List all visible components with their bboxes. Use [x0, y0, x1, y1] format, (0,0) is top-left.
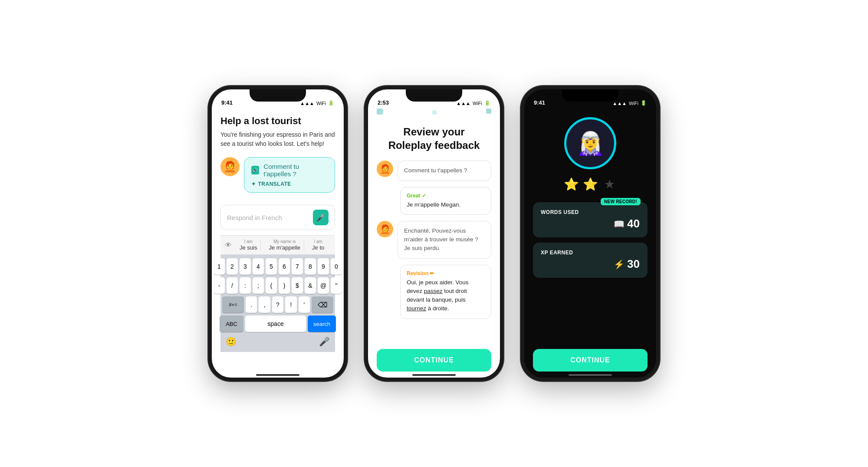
phone2-main: Review yourRoleplay feedback 🧑‍🦰 Comment… [368, 118, 500, 372]
key-7[interactable]: 7 [292, 258, 303, 275]
mic-button[interactable]: 🎤 [313, 210, 329, 225]
phone-notch-1 [250, 89, 306, 102]
key-slash[interactable]: / [227, 277, 238, 294]
phone3-main: 🧝‍♀️ ⭐ ⭐ ★ NEW RECORD! WORDS USED 📖 40 X… [524, 109, 656, 372]
continue-button-3[interactable]: CONTINUE [533, 349, 648, 372]
label-revision: Revision ✏ [407, 270, 485, 276]
deco-dot-2 [432, 110, 437, 115]
translate-icon: ✦ [251, 181, 256, 187]
key-9[interactable]: 9 [318, 258, 329, 275]
autocomplete-item-3[interactable]: I am Je to [309, 239, 328, 251]
autocomplete-item-2[interactable]: My name is Je m'appelle [265, 239, 304, 251]
key-5[interactable]: 5 [266, 258, 277, 275]
status-time-1: 9:41 [221, 99, 233, 106]
key-comma[interactable]: , [259, 296, 270, 313]
key-4[interactable]: 4 [253, 258, 264, 275]
key-lparen[interactable]: ( [266, 277, 277, 294]
autocomplete-bar: 👁 I am Je suis My name is Je m'appelle I… [220, 235, 335, 255]
star-2: ⭐ [582, 176, 598, 192]
ac-hint-3: I am [314, 239, 322, 244]
phone-notch-3 [562, 89, 618, 102]
deco-dot-1 [377, 109, 383, 115]
avatar-ring: 🧝‍♀️ [564, 117, 616, 169]
key-1[interactable]: 1 [214, 258, 225, 275]
chat-text-1: 🔊 Comment tu t'appelles ? [251, 163, 328, 178]
key-more[interactable]: #+= [222, 296, 244, 313]
xp-earned-label: XP EARNED [541, 250, 640, 256]
phone-notch-2 [406, 89, 462, 102]
battery-icon-2: 🔋 [484, 100, 490, 106]
emoji-icon[interactable]: 🙂 [226, 336, 237, 347]
home-indicator-1 [256, 374, 299, 376]
keyboard: 1 2 3 4 5 6 7 8 9 0 - / : ; ( ) [220, 255, 335, 352]
phone-1: 9:41 ▲▲▲ WiFi 🔋 Help a lost tourist You'… [208, 86, 347, 381]
words-used-value-row: 📖 40 [541, 217, 640, 230]
key-rparen[interactable]: ) [279, 277, 290, 294]
words-used-card: NEW RECORD! WORDS USED 📖 40 [533, 202, 648, 237]
key-colon[interactable]: : [240, 277, 251, 294]
conv-bubble-2: Enchanté, Pouvez-vous m'aider à trouver … [398, 221, 491, 259]
home-indicator-2 [412, 374, 456, 376]
status-icons-3: ▲▲▲ WiFi 🔋 [612, 100, 647, 106]
eye-icon[interactable]: 👁 [225, 241, 232, 249]
search-key[interactable]: search [308, 316, 336, 332]
words-used-value: 40 [627, 217, 640, 230]
key-3[interactable]: 3 [240, 258, 251, 275]
key-dash[interactable]: - [214, 277, 225, 294]
book-icon: 📖 [614, 219, 625, 229]
ac-hint-2: My name is [273, 239, 296, 244]
autocomplete-item-1[interactable]: I am Je suis [236, 239, 261, 251]
chat-row-1: 🧑‍🦰 🔊 Comment tu t'appelles ? ✦ TRANSLAT… [220, 157, 335, 193]
delete-key[interactable]: ⌫ [312, 296, 333, 313]
status-time-2: 2:53 [378, 99, 389, 106]
respond-input-row[interactable]: Respond in French 🎤 [220, 205, 335, 230]
status-icons-1: ▲▲▲ WiFi 🔋 [300, 100, 334, 106]
p1-title: Help a lost tourist [220, 115, 335, 127]
phone-3: 9:41 ▲▲▲ WiFi 🔋 🧝‍♀️ ⭐ ⭐ ★ NEW RECORD! W… [521, 86, 660, 381]
key-exclaim[interactable]: ! [285, 296, 296, 313]
key-at[interactable]: @ [318, 277, 329, 294]
key-amp[interactable]: & [305, 277, 316, 294]
number-row: 1 2 3 4 5 6 7 8 9 0 [222, 258, 333, 275]
wifi-icon-3: WiFi [629, 101, 638, 106]
signal-icon-2: ▲▲▲ [456, 101, 470, 106]
lightning-icon: ⚡ [614, 259, 625, 270]
mic-keyboard-icon[interactable]: 🎤 [319, 336, 330, 347]
label-great: Great ✓ [407, 193, 485, 199]
key-apostrophe[interactable]: ' [299, 296, 310, 313]
conv-row-1: 🧑‍🦰 Comment tu t'appelles ? [377, 161, 491, 181]
p1-subtitle: You're finishing your espresso in Paris … [220, 130, 335, 148]
translate-row[interactable]: ✦ TRANSLATE [251, 181, 328, 187]
status-icons-2: ▲▲▲ WiFi 🔋 [456, 100, 490, 106]
key-question[interactable]: ? [272, 296, 283, 313]
signal-icon: ▲▲▲ [300, 101, 314, 106]
speaker-icon[interactable]: 🔊 [251, 166, 259, 174]
space-key[interactable]: space [245, 316, 306, 332]
conv-user-1: Great ✓ Je m'appelle Megan. [400, 187, 491, 215]
key-8[interactable]: 8 [305, 258, 316, 275]
conv-bubble-1: Comment tu t'appelles ? [398, 161, 491, 181]
p2-title: Review yourRoleplay feedback [377, 125, 491, 152]
key-6[interactable]: 6 [279, 258, 290, 275]
signal-icon-3: ▲▲▲ [612, 101, 627, 106]
key-semi[interactable]: ; [253, 277, 264, 294]
key-0[interactable]: 0 [331, 258, 342, 275]
npc-avatar-2b: 🧑‍🦰 [377, 221, 393, 237]
ac-hint-1: I am [244, 239, 253, 244]
conversation-list: 🧑‍🦰 Comment tu t'appelles ? Great ✓ Je m… [377, 161, 491, 344]
npc-avatar-1: 🧑‍🦰 [220, 157, 240, 176]
ac-word-1: Je suis [240, 244, 257, 251]
xp-earned-value-row: ⚡ 30 [541, 257, 640, 271]
key-2[interactable]: 2 [227, 258, 238, 275]
key-quote[interactable]: " [331, 277, 342, 294]
continue-button-2[interactable]: CONTINUE [377, 349, 491, 372]
key-period[interactable]: . [246, 296, 257, 313]
home-indicator-3 [569, 374, 612, 376]
star-3: ★ [602, 176, 617, 192]
respond-placeholder: Respond in French [227, 214, 313, 221]
keyboard-bottom: 🙂 🎤 [222, 335, 333, 350]
key-dollar[interactable]: $ [292, 277, 303, 294]
abc-key[interactable]: ABC [220, 316, 243, 332]
bottom-key-row: ABC space search [222, 316, 333, 332]
deco-dot-3 [486, 109, 491, 114]
